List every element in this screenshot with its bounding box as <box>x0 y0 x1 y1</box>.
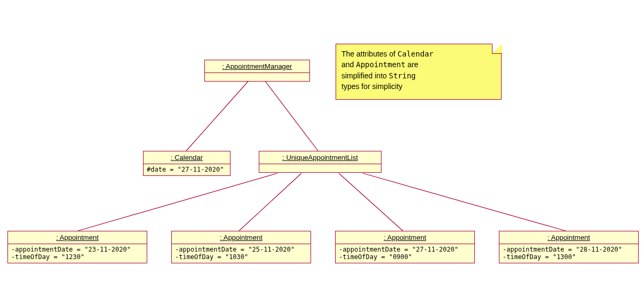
object-attr: -timeOfDay = "1300" <box>503 253 576 261</box>
object-attrs: -appointmentDate = "28-11-2020" -timeOfD… <box>499 244 638 263</box>
object-title-text: : Appointment <box>384 233 426 241</box>
object-appointment-manager: : AppointmentManager <box>204 60 310 82</box>
note-code: Appointment <box>356 60 406 69</box>
note-code: Calendar <box>397 50 433 58</box>
object-title-text: : UniqueAppointmentList <box>282 154 358 162</box>
object-appointment: : Appointment -appointmentDate = "25-11-… <box>171 231 311 263</box>
object-calendar: : Calendar #date = "27-11-2020" <box>143 151 230 176</box>
object-unique-appointment-list: : UniqueAppointmentList <box>259 151 381 173</box>
object-attr: #date = "27-11-2020" <box>147 166 224 173</box>
object-title-text: : AppointmentManager <box>222 62 292 70</box>
object-attrs <box>259 164 381 172</box>
object-appointment: : Appointment -appointmentDate = "23-11-… <box>7 231 147 263</box>
note-line-3: simplified into String <box>341 70 496 81</box>
note-line-1: The attributes of Calendar <box>341 49 496 59</box>
object-attr: -appointmentDate = "23-11-2020" <box>11 246 131 253</box>
object-attr: -timeOfDay = "0900" <box>339 253 412 261</box>
note-text: are <box>406 60 418 69</box>
note-text: The attributes of <box>341 50 397 58</box>
object-attrs: -appointmentDate = "25-11-2020" -timeOfD… <box>172 244 311 263</box>
object-title-text: : Calendar <box>171 154 203 162</box>
svg-line-5 <box>363 173 566 231</box>
object-appointment: : Appointment -appointmentDate = "28-11-… <box>499 231 639 263</box>
note-code: String <box>389 71 416 80</box>
object-attr: -appointmentDate = "28-11-2020" <box>503 246 622 253</box>
object-attr: -timeOfDay = "1230" <box>11 253 84 261</box>
object-title: : Appointment <box>336 231 474 244</box>
object-attr: -appointmentDate = "25-11-2020" <box>175 246 295 253</box>
object-title: : UniqueAppointmentList <box>259 151 381 164</box>
note-line-4: types for simplicity <box>341 81 496 92</box>
svg-line-2 <box>78 173 277 231</box>
object-title: : Appointment <box>499 231 638 244</box>
object-attr: -timeOfDay = "1030" <box>175 253 248 261</box>
object-title-text: : Appointment <box>220 233 263 241</box>
svg-line-1 <box>263 78 318 151</box>
uml-note: The attributes of Calendar and Appointme… <box>336 44 502 100</box>
svg-line-4 <box>339 173 403 231</box>
object-attr: -appointmentDate = "27-11-2020" <box>339 246 458 253</box>
object-appointment: : Appointment -appointmentDate = "27-11-… <box>335 231 475 263</box>
note-text: simplified into <box>341 71 389 80</box>
object-attrs: -appointmentDate = "27-11-2020" -timeOfD… <box>336 244 474 263</box>
note-line-2: and Appointment are <box>341 59 496 70</box>
object-title-text: : Appointment <box>547 233 590 241</box>
object-title: : Appointment <box>8 231 147 244</box>
svg-line-3 <box>239 173 301 231</box>
note-text: types for simplicity <box>341 82 402 91</box>
object-attrs: #date = "27-11-2020" <box>144 164 230 175</box>
object-title: : AppointmentManager <box>205 60 309 73</box>
object-attrs <box>205 73 309 81</box>
svg-line-0 <box>186 78 251 151</box>
object-title-text: : Appointment <box>56 233 99 241</box>
object-attrs: -appointmentDate = "23-11-2020" -timeOfD… <box>8 244 147 263</box>
note-text: and <box>341 60 356 69</box>
object-title: : Appointment <box>172 231 311 244</box>
object-title: : Calendar <box>144 151 230 164</box>
